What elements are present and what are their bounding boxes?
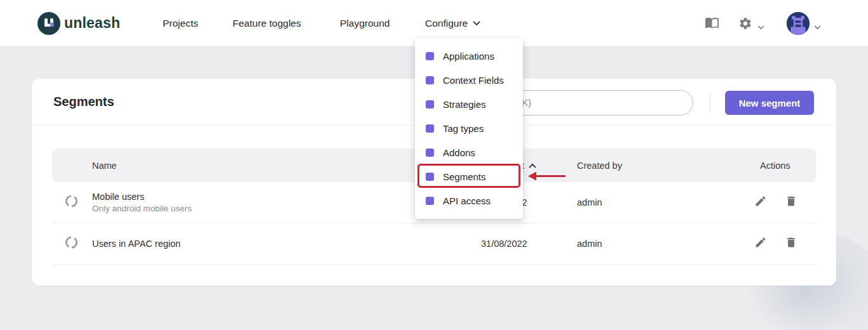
avatar-chevron-down-icon[interactable] xyxy=(814,21,821,32)
menu-item-label: Context Fields xyxy=(443,75,504,86)
segment-description: Only android mobile users xyxy=(92,204,192,213)
segment-donut-icon xyxy=(64,235,79,253)
created-at-cell: 31/08/2022 xyxy=(481,239,527,249)
menu-item-label: Tag types xyxy=(443,123,484,134)
nav-projects-label: Projects xyxy=(163,18,198,29)
segment-name-cell: Users in APAC region xyxy=(92,239,180,249)
edit-pencil-icon[interactable] xyxy=(754,236,767,251)
column-header-actions: Actions xyxy=(760,148,790,182)
menu-bullet-icon xyxy=(426,52,434,60)
menu-bullet-icon xyxy=(426,100,434,109)
menu-item-label: Strategies xyxy=(443,99,486,110)
segment-donut-icon xyxy=(64,194,79,211)
nav-playground[interactable]: Playground xyxy=(340,18,390,29)
delete-trash-icon[interactable] xyxy=(785,236,797,251)
menu-item-applications[interactable]: Applications xyxy=(415,44,523,68)
menu-item-context-fields[interactable]: Context Fields xyxy=(415,68,523,92)
settings-gear-icon[interactable] xyxy=(738,16,752,33)
menu-bullet-icon xyxy=(426,173,434,181)
unleash-logo-icon[interactable] xyxy=(37,12,60,35)
vertical-divider xyxy=(710,94,710,112)
delete-trash-icon[interactable] xyxy=(785,195,797,210)
created-by-cell: admin xyxy=(577,197,602,208)
settings-chevron-down-icon[interactable] xyxy=(757,21,764,32)
nav-configure[interactable]: Configure xyxy=(425,18,480,29)
segment-name: Mobile users xyxy=(92,192,192,202)
nav-projects[interactable]: Projects xyxy=(163,18,198,29)
menu-item-strategies[interactable]: Strategies xyxy=(415,92,523,116)
menu-bullet-icon xyxy=(426,76,434,84)
menu-item-label: Segments xyxy=(443,171,486,182)
menu-item-label: API access xyxy=(443,195,491,206)
page-title: Segments xyxy=(53,95,114,109)
brand-name: unleash xyxy=(64,15,120,32)
documentation-book-icon[interactable] xyxy=(705,17,719,32)
segment-name-cell: Mobile users Only android mobile users xyxy=(92,192,192,213)
segment-name: Users in APAC region xyxy=(92,239,180,249)
nav-feature-toggles[interactable]: Feature toggles xyxy=(233,18,301,29)
table-row: Users in APAC region 31/08/2022 admin xyxy=(52,223,816,265)
column-header-name: Name xyxy=(92,148,117,182)
nav-configure-label: Configure xyxy=(425,18,468,29)
menu-bullet-icon xyxy=(426,148,434,157)
menu-item-segments[interactable]: Segments xyxy=(415,164,523,188)
menu-item-api-access[interactable]: API access xyxy=(415,188,523,213)
menu-item-addons[interactable]: Addons xyxy=(415,140,523,164)
nav-feature-toggles-label: Feature toggles xyxy=(233,18,301,29)
menu-item-tag-types[interactable]: Tag types xyxy=(415,116,523,140)
chevron-down-icon xyxy=(473,21,480,26)
sort-ascending-icon xyxy=(529,163,536,168)
created-by-cell: admin xyxy=(577,239,602,249)
nav-playground-label: Playground xyxy=(340,18,390,29)
edit-pencil-icon[interactable] xyxy=(754,195,767,210)
column-header-created-by: Created by xyxy=(577,148,622,182)
new-segment-button[interactable]: New segment xyxy=(725,91,814,115)
user-avatar[interactable] xyxy=(787,12,810,35)
menu-item-label: Applications xyxy=(443,51,494,62)
menu-bullet-icon xyxy=(426,124,434,133)
configure-dropdown-menu: Applications Context Fields Strategies T… xyxy=(415,38,523,219)
menu-item-label: Addons xyxy=(443,147,475,158)
menu-bullet-icon xyxy=(426,197,434,205)
